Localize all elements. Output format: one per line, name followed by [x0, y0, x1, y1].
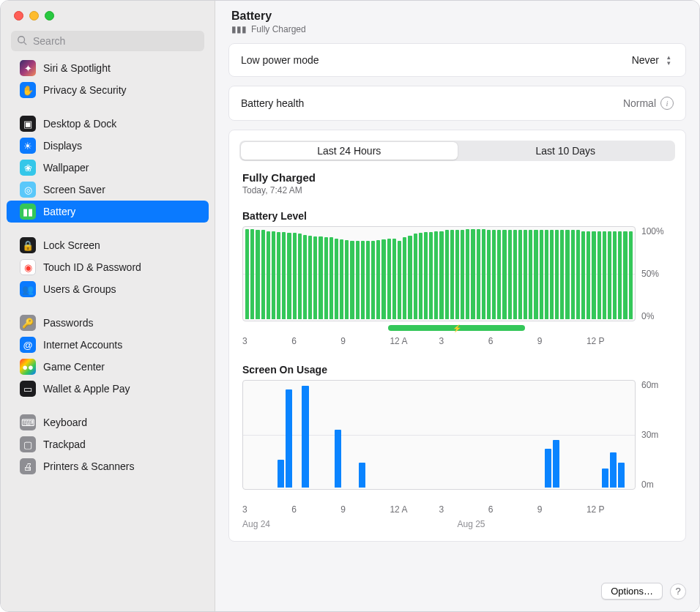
battery-bar	[618, 231, 622, 319]
battery-bar	[487, 230, 491, 319]
battery-bar	[597, 231, 601, 319]
battery-status-icon: ▮▮▮	[231, 24, 247, 34]
battery-bar	[576, 230, 580, 319]
internet-accounts-icon: @	[20, 337, 36, 353]
sidebar-item-game-center[interactable]: ●●Game Center	[7, 356, 209, 378]
options-button[interactable]: Options…	[601, 583, 663, 600]
battery-bar	[502, 230, 506, 319]
usage-bar	[359, 463, 365, 488]
battery-bar	[529, 230, 532, 319]
battery-bar	[414, 234, 417, 319]
sidebar-item-label: Users & Groups	[43, 283, 116, 295]
battery-bar	[534, 230, 537, 319]
last-charge-title: Fully Charged	[242, 171, 672, 184]
battery-bar	[277, 232, 280, 319]
page-title: Battery	[231, 10, 683, 23]
chart-screen-usage	[242, 380, 636, 490]
battery-bar	[482, 229, 485, 319]
battery-bar	[513, 230, 517, 319]
sidebar-item-label: Touch ID & Password	[43, 261, 141, 273]
battery-bar	[335, 239, 338, 319]
search-input[interactable]	[11, 31, 204, 51]
window-controls	[1, 1, 215, 26]
low-power-value: Never	[632, 54, 659, 66]
sidebar-item-privacy-security[interactable]: ✋Privacy & Security	[7, 79, 209, 101]
screen-saver-icon: ◎	[20, 182, 36, 198]
close-button[interactable]	[14, 11, 23, 20]
chart-title-battery: Battery Level	[242, 210, 672, 222]
chart-xlabels-battery: 36912 A36912 P	[242, 336, 672, 346]
sidebar-item-battery[interactable]: ▮▮Battery	[7, 201, 209, 223]
sidebar-item-siri-spotlight[interactable]: ✦Siri & Spotlight	[7, 57, 209, 79]
sidebar-item-touch-id-password[interactable]: ◉Touch ID & Password	[7, 256, 209, 278]
battery-bar	[434, 231, 438, 319]
battery-bar	[371, 241, 375, 319]
battery-bar	[287, 233, 291, 319]
chart-title-usage: Screen On Usage	[242, 364, 672, 376]
battery-bar	[313, 236, 317, 319]
sidebar-item-desktop-dock[interactable]: ▣Desktop & Dock	[7, 113, 209, 135]
sidebar-item-label: Siri & Spotlight	[43, 62, 111, 74]
tab-last-10-days[interactable]: Last 10 Days	[458, 142, 674, 160]
sidebar-item-printers-scanners[interactable]: 🖨Printers & Scanners	[7, 455, 209, 477]
usage-bar	[278, 460, 284, 488]
sidebar-item-keyboard[interactable]: ⌨Keyboard	[7, 411, 209, 433]
sidebar-item-label: Lock Screen	[43, 239, 100, 251]
minimize-button[interactable]	[29, 11, 39, 20]
usage-bar	[545, 449, 551, 488]
battery-bar	[603, 231, 606, 319]
card-battery-health: Battery health Normal i	[228, 86, 686, 121]
battery-bar	[403, 237, 406, 319]
battery-bar	[392, 239, 396, 319]
low-power-popup[interactable]: Never ▴▾	[632, 54, 674, 66]
chart-date-row: Aug 24 Aug 25	[229, 518, 685, 529]
battery-bar	[492, 230, 496, 319]
battery-bar	[587, 231, 590, 319]
maximize-button[interactable]	[45, 11, 54, 20]
tab-last-24-hours[interactable]: Last 24 Hours	[241, 142, 458, 160]
sidebar-item-passwords[interactable]: 🔑Passwords	[7, 312, 209, 334]
battery-bar	[466, 229, 469, 319]
trackpad-icon: ▢	[20, 436, 36, 452]
last-charge-time: Today, 7:42 AM	[242, 185, 672, 195]
battery-icon: ▮▮	[20, 204, 36, 220]
footer: Options… ?	[215, 575, 699, 611]
battery-bar	[592, 231, 595, 319]
battery-bar	[345, 240, 349, 319]
help-button[interactable]: ?	[670, 583, 686, 600]
sidebar-item-internet-accounts[interactable]: @Internet Accounts	[7, 334, 209, 356]
battery-bar	[298, 234, 302, 319]
usage-bar	[302, 386, 308, 488]
history-segmented: Last 24 Hours Last 10 Days	[239, 141, 675, 161]
battery-bar	[613, 231, 617, 319]
battery-bar	[267, 231, 270, 319]
sidebar-item-users-groups[interactable]: 👥Users & Groups	[7, 278, 209, 300]
passwords-icon: 🔑	[20, 315, 36, 331]
chart-battery-level	[242, 226, 636, 321]
sidebar-item-lock-screen[interactable]: 🔒Lock Screen	[7, 234, 209, 256]
sidebar-item-screen-saver[interactable]: ◎Screen Saver	[7, 179, 209, 201]
sidebar-item-trackpad[interactable]: ▢Trackpad	[7, 433, 209, 455]
battery-bar	[629, 231, 633, 319]
battery-bar	[571, 230, 575, 319]
sidebar-item-wallpaper[interactable]: ❀Wallpaper	[7, 157, 209, 179]
game-center-icon: ●●	[20, 359, 36, 375]
usage-bar	[610, 452, 617, 488]
battery-bar	[366, 241, 370, 319]
chart-ylabels-usage: 60m 30m 0m	[636, 380, 672, 490]
info-icon[interactable]: i	[660, 97, 674, 110]
sidebar-item-displays[interactable]: ☀Displays	[7, 135, 209, 157]
battery-bar	[540, 230, 543, 319]
battery-bar	[340, 239, 343, 319]
battery-bar	[608, 231, 611, 319]
wallet-apple-pay-icon: ▭	[20, 381, 36, 397]
battery-bar	[250, 229, 254, 319]
battery-bar	[439, 231, 443, 319]
sidebar-item-label: Game Center	[43, 361, 105, 373]
sidebar-item-label: Wallet & Apple Pay	[43, 383, 130, 395]
sidebar-item-wallet-apple-pay[interactable]: ▭Wallet & Apple Pay	[7, 378, 209, 400]
users-groups-icon: 👥	[20, 281, 36, 297]
battery-bar	[445, 230, 449, 319]
sidebar-item-label: Printers & Scanners	[43, 460, 135, 472]
usage-bar	[618, 463, 625, 488]
